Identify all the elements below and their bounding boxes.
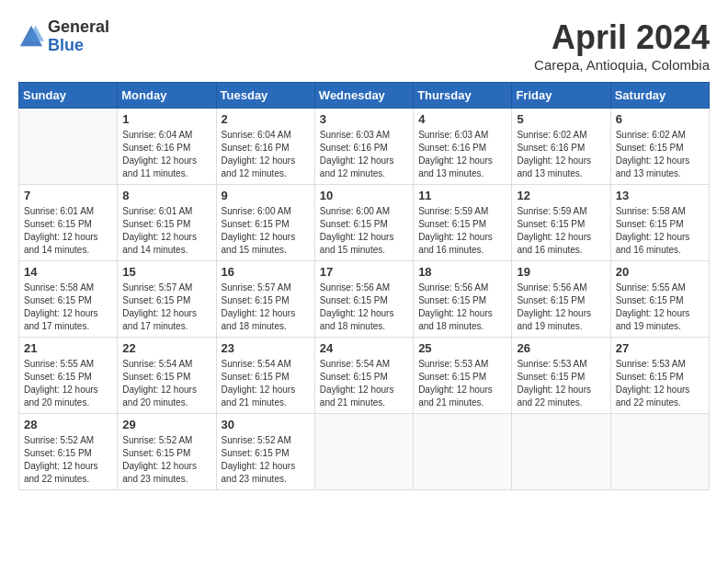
header-monday: Monday <box>118 83 216 109</box>
day-info: Sunrise: 5:53 AMSunset: 6:15 PMDaylight:… <box>418 358 506 409</box>
day-number: 25 <box>418 341 506 355</box>
day-cell: 2Sunrise: 6:04 AMSunset: 6:16 PMDaylight… <box>216 109 314 185</box>
day-number: 24 <box>320 341 408 355</box>
page-header: General Blue April 2024 Carepa, Antioqui… <box>18 18 710 73</box>
day-info: Sunrise: 6:04 AMSunset: 6:16 PMDaylight:… <box>222 129 310 180</box>
day-info: Sunrise: 5:52 AMSunset: 6:15 PMDaylight:… <box>24 434 112 486</box>
week-row-3: 21Sunrise: 5:55 AMSunset: 6:15 PMDayligh… <box>19 338 710 414</box>
day-number: 21 <box>24 341 112 355</box>
day-number: 7 <box>24 189 112 202</box>
day-cell: 22Sunrise: 5:54 AMSunset: 6:15 PMDayligh… <box>118 338 216 414</box>
day-info: Sunrise: 5:56 AMSunset: 6:15 PMDaylight:… <box>418 282 506 333</box>
day-cell <box>610 414 709 490</box>
header-row: Sunday Monday Tuesday Wednesday Thursday… <box>19 83 710 109</box>
day-number: 28 <box>24 418 112 431</box>
day-number: 14 <box>24 265 112 279</box>
day-cell <box>314 414 413 490</box>
day-info: Sunrise: 5:58 AMSunset: 6:15 PMDaylight:… <box>616 205 704 257</box>
day-number: 6 <box>616 112 704 126</box>
day-cell: 9Sunrise: 6:00 AMSunset: 6:15 PMDaylight… <box>216 185 314 261</box>
day-info: Sunrise: 5:59 AMSunset: 6:15 PMDaylight:… <box>418 205 506 257</box>
day-number: 22 <box>122 341 210 355</box>
day-number: 12 <box>517 189 605 202</box>
header-thursday: Thursday <box>414 83 512 109</box>
day-info: Sunrise: 6:00 AMSunset: 6:15 PMDaylight:… <box>320 205 408 257</box>
day-cell: 26Sunrise: 5:53 AMSunset: 6:15 PMDayligh… <box>512 338 610 414</box>
day-cell: 28Sunrise: 5:52 AMSunset: 6:15 PMDayligh… <box>19 414 118 490</box>
day-cell: 29Sunrise: 5:52 AMSunset: 6:15 PMDayligh… <box>118 414 216 490</box>
week-row-0: 1Sunrise: 6:04 AMSunset: 6:16 PMDaylight… <box>19 109 710 185</box>
title-block: April 2024 Carepa, Antioquia, Colombia <box>534 18 710 73</box>
day-info: Sunrise: 5:53 AMSunset: 6:15 PMDaylight:… <box>517 358 605 409</box>
day-number: 30 <box>222 418 310 431</box>
day-number: 8 <box>122 189 210 202</box>
week-row-2: 14Sunrise: 5:58 AMSunset: 6:15 PMDayligh… <box>19 261 710 338</box>
location-title: Carepa, Antioquia, Colombia <box>534 57 710 73</box>
day-cell: 5Sunrise: 6:02 AMSunset: 6:16 PMDaylight… <box>512 109 610 185</box>
day-cell <box>19 109 118 185</box>
header-tuesday: Tuesday <box>216 83 314 109</box>
day-info: Sunrise: 6:01 AMSunset: 6:15 PMDaylight:… <box>122 205 210 257</box>
month-title: April 2024 <box>534 18 710 57</box>
logo-icon <box>18 24 44 50</box>
day-cell: 12Sunrise: 5:59 AMSunset: 6:15 PMDayligh… <box>512 185 610 261</box>
day-info: Sunrise: 5:56 AMSunset: 6:15 PMDaylight:… <box>320 282 408 333</box>
day-cell: 16Sunrise: 5:57 AMSunset: 6:15 PMDayligh… <box>216 261 314 338</box>
day-cell <box>414 414 512 490</box>
day-cell: 19Sunrise: 5:56 AMSunset: 6:15 PMDayligh… <box>512 261 610 338</box>
day-cell: 27Sunrise: 5:53 AMSunset: 6:15 PMDayligh… <box>610 338 709 414</box>
day-number: 4 <box>418 112 506 126</box>
day-cell: 23Sunrise: 5:54 AMSunset: 6:15 PMDayligh… <box>216 338 314 414</box>
day-info: Sunrise: 5:54 AMSunset: 6:15 PMDaylight:… <box>320 358 408 409</box>
day-number: 26 <box>517 341 605 355</box>
day-cell: 6Sunrise: 6:02 AMSunset: 6:15 PMDaylight… <box>610 109 709 185</box>
day-info: Sunrise: 5:54 AMSunset: 6:15 PMDaylight:… <box>222 358 310 409</box>
header-sunday: Sunday <box>19 83 118 109</box>
logo-general: General <box>48 18 109 37</box>
day-info: Sunrise: 5:52 AMSunset: 6:15 PMDaylight:… <box>222 434 310 486</box>
day-cell: 14Sunrise: 5:58 AMSunset: 6:15 PMDayligh… <box>19 261 118 338</box>
day-number: 20 <box>616 265 704 279</box>
day-info: Sunrise: 5:54 AMSunset: 6:15 PMDaylight:… <box>122 358 210 409</box>
day-info: Sunrise: 6:03 AMSunset: 6:16 PMDaylight:… <box>320 129 408 180</box>
day-info: Sunrise: 5:58 AMSunset: 6:15 PMDaylight:… <box>24 282 112 333</box>
day-number: 9 <box>222 189 310 202</box>
day-info: Sunrise: 5:53 AMSunset: 6:15 PMDaylight:… <box>616 358 704 409</box>
day-cell: 20Sunrise: 5:55 AMSunset: 6:15 PMDayligh… <box>610 261 709 338</box>
day-number: 18 <box>418 265 506 279</box>
day-cell: 15Sunrise: 5:57 AMSunset: 6:15 PMDayligh… <box>118 261 216 338</box>
day-info: Sunrise: 6:01 AMSunset: 6:15 PMDaylight:… <box>24 205 112 257</box>
logo: General Blue <box>18 18 109 55</box>
day-number: 1 <box>122 112 210 126</box>
day-number: 2 <box>222 112 310 126</box>
day-info: Sunrise: 5:56 AMSunset: 6:15 PMDaylight:… <box>517 282 605 333</box>
day-info: Sunrise: 5:59 AMSunset: 6:15 PMDaylight:… <box>517 205 605 257</box>
day-cell: 24Sunrise: 5:54 AMSunset: 6:15 PMDayligh… <box>314 338 413 414</box>
week-row-4: 28Sunrise: 5:52 AMSunset: 6:15 PMDayligh… <box>19 414 710 490</box>
logo-blue: Blue <box>48 37 109 55</box>
day-info: Sunrise: 5:57 AMSunset: 6:15 PMDaylight:… <box>122 282 210 333</box>
day-number: 16 <box>222 265 310 279</box>
day-cell: 8Sunrise: 6:01 AMSunset: 6:15 PMDaylight… <box>118 185 216 261</box>
day-cell: 13Sunrise: 5:58 AMSunset: 6:15 PMDayligh… <box>610 185 709 261</box>
header-wednesday: Wednesday <box>314 83 413 109</box>
day-number: 23 <box>222 341 310 355</box>
day-info: Sunrise: 5:52 AMSunset: 6:15 PMDaylight:… <box>122 434 210 486</box>
day-cell: 21Sunrise: 5:55 AMSunset: 6:15 PMDayligh… <box>19 338 118 414</box>
day-cell: 7Sunrise: 6:01 AMSunset: 6:15 PMDaylight… <box>19 185 118 261</box>
day-cell <box>512 414 610 490</box>
day-info: Sunrise: 5:55 AMSunset: 6:15 PMDaylight:… <box>616 282 704 333</box>
day-info: Sunrise: 5:55 AMSunset: 6:15 PMDaylight:… <box>24 358 112 409</box>
day-cell: 30Sunrise: 5:52 AMSunset: 6:15 PMDayligh… <box>216 414 314 490</box>
day-number: 27 <box>616 341 704 355</box>
day-info: Sunrise: 6:02 AMSunset: 6:16 PMDaylight:… <box>517 129 605 180</box>
day-info: Sunrise: 6:04 AMSunset: 6:16 PMDaylight:… <box>122 129 210 180</box>
day-info: Sunrise: 5:57 AMSunset: 6:15 PMDaylight:… <box>222 282 310 333</box>
day-cell: 18Sunrise: 5:56 AMSunset: 6:15 PMDayligh… <box>414 261 512 338</box>
logo-text: General Blue <box>48 18 109 55</box>
header-saturday: Saturday <box>610 83 709 109</box>
calendar-body: 1Sunrise: 6:04 AMSunset: 6:16 PMDaylight… <box>19 109 710 490</box>
day-number: 10 <box>320 189 408 202</box>
day-info: Sunrise: 6:00 AMSunset: 6:15 PMDaylight:… <box>222 205 310 257</box>
header-friday: Friday <box>512 83 610 109</box>
